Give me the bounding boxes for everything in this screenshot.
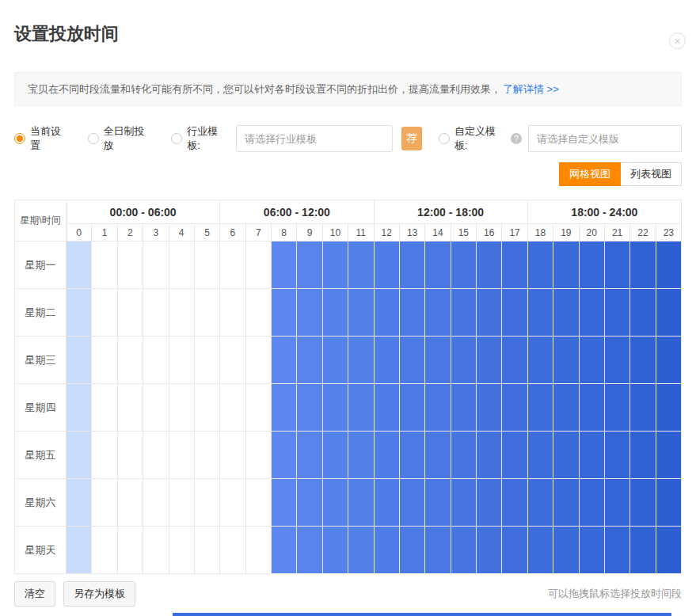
- schedule-cell[interactable]: [425, 527, 451, 574]
- schedule-cell[interactable]: [67, 337, 92, 384]
- schedule-cell[interactable]: [630, 289, 656, 337]
- schedule-cell[interactable]: [194, 384, 219, 432]
- schedule-cell[interactable]: [245, 479, 271, 527]
- schedule-cell[interactable]: [169, 289, 194, 337]
- schedule-cell[interactable]: [399, 337, 424, 384]
- schedule-cell[interactable]: [477, 384, 502, 432]
- schedule-cell[interactable]: [477, 241, 502, 289]
- schedule-cell[interactable]: [527, 384, 553, 432]
- schedule-cell[interactable]: [374, 479, 399, 527]
- schedule-cell[interactable]: [117, 479, 143, 527]
- schedule-cell[interactable]: [656, 527, 681, 574]
- schedule-cell[interactable]: [272, 337, 297, 384]
- schedule-cell[interactable]: [425, 241, 451, 289]
- schedule-cell[interactable]: [272, 384, 297, 432]
- schedule-cell[interactable]: [67, 289, 92, 337]
- schedule-cell[interactable]: [502, 384, 527, 432]
- schedule-cell[interactable]: [67, 241, 92, 289]
- schedule-cell[interactable]: [245, 337, 271, 384]
- schedule-cell[interactable]: [117, 337, 143, 384]
- schedule-cell[interactable]: [297, 432, 322, 479]
- schedule-cell[interactable]: [143, 241, 169, 289]
- schedule-cell[interactable]: [604, 337, 629, 384]
- schedule-cell[interactable]: [169, 384, 194, 432]
- schedule-cell[interactable]: [553, 241, 579, 289]
- schedule-cell[interactable]: [477, 289, 502, 337]
- schedule-cell[interactable]: [425, 479, 451, 527]
- schedule-cell[interactable]: [425, 432, 451, 479]
- schedule-cell[interactable]: [502, 479, 527, 527]
- schedule-cell[interactable]: [143, 337, 169, 384]
- schedule-cell[interactable]: [92, 432, 117, 479]
- schedule-cell[interactable]: [92, 479, 117, 527]
- custom-template-input[interactable]: [528, 125, 682, 152]
- schedule-cell[interactable]: [630, 527, 656, 574]
- industry-template-radio[interactable]: [171, 133, 182, 144]
- schedule-cell[interactable]: [399, 432, 424, 479]
- schedule-cell[interactable]: [348, 384, 374, 432]
- schedule-cell[interactable]: [579, 241, 604, 289]
- schedule-cell[interactable]: [630, 432, 656, 479]
- schedule-cell[interactable]: [220, 479, 245, 527]
- schedule-cell[interactable]: [553, 527, 579, 574]
- schedule-cell[interactable]: [527, 289, 553, 337]
- grid-view-button[interactable]: 网格视图: [559, 162, 621, 186]
- schedule-cell[interactable]: [67, 479, 92, 527]
- schedule-cell[interactable]: [194, 432, 219, 479]
- schedule-cell[interactable]: [92, 527, 117, 574]
- schedule-cell[interactable]: [656, 241, 681, 289]
- help-icon[interactable]: ?: [511, 133, 522, 144]
- close-icon[interactable]: ×: [669, 32, 686, 49]
- schedule-cell[interactable]: [579, 384, 604, 432]
- schedule-cell[interactable]: [451, 289, 476, 337]
- schedule-cell[interactable]: [245, 384, 271, 432]
- schedule-cell[interactable]: [297, 384, 322, 432]
- schedule-cell[interactable]: [348, 527, 374, 574]
- schedule-cell[interactable]: [399, 289, 424, 337]
- schedule-cell[interactable]: [272, 289, 297, 337]
- recommend-badge[interactable]: 荐: [401, 127, 422, 150]
- schedule-cell[interactable]: [143, 289, 169, 337]
- schedule-cell[interactable]: [579, 337, 604, 384]
- schedule-cell[interactable]: [502, 241, 527, 289]
- schedule-cell[interactable]: [374, 432, 399, 479]
- list-view-button[interactable]: 列表视图: [621, 162, 682, 186]
- schedule-cell[interactable]: [374, 241, 399, 289]
- custom-template-radio[interactable]: [439, 133, 450, 144]
- schedule-cell[interactable]: [348, 479, 374, 527]
- schedule-cell[interactable]: [477, 527, 502, 574]
- schedule-cell[interactable]: [604, 432, 629, 479]
- schedule-cell[interactable]: [527, 527, 553, 574]
- schedule-cell[interactable]: [374, 384, 399, 432]
- schedule-cell[interactable]: [322, 241, 348, 289]
- schedule-cell[interactable]: [194, 289, 219, 337]
- current-settings-radio[interactable]: [14, 133, 25, 144]
- schedule-cell[interactable]: [117, 241, 143, 289]
- schedule-cell[interactable]: [348, 289, 374, 337]
- schedule-cell[interactable]: [477, 432, 502, 479]
- schedule-cell[interactable]: [220, 289, 245, 337]
- schedule-cell[interactable]: [67, 432, 92, 479]
- schedule-cell[interactable]: [553, 337, 579, 384]
- schedule-cell[interactable]: [374, 289, 399, 337]
- schedule-cell[interactable]: [630, 479, 656, 527]
- schedule-cell[interactable]: [194, 337, 219, 384]
- schedule-cell[interactable]: [451, 479, 476, 527]
- schedule-cell[interactable]: [92, 289, 117, 337]
- schedule-cell[interactable]: [553, 432, 579, 479]
- schedule-cell[interactable]: [194, 527, 219, 574]
- schedule-cell[interactable]: [322, 432, 348, 479]
- schedule-cell[interactable]: [451, 384, 476, 432]
- schedule-cell[interactable]: [220, 337, 245, 384]
- schedule-cell[interactable]: [502, 432, 527, 479]
- schedule-cell[interactable]: [297, 289, 322, 337]
- schedule-cell[interactable]: [348, 432, 374, 479]
- schedule-cell[interactable]: [322, 289, 348, 337]
- schedule-cell[interactable]: [348, 241, 374, 289]
- schedule-cell[interactable]: [374, 337, 399, 384]
- schedule-cell[interactable]: [297, 337, 322, 384]
- schedule-cell[interactable]: [169, 527, 194, 574]
- schedule-cell[interactable]: [272, 241, 297, 289]
- schedule-cell[interactable]: [272, 432, 297, 479]
- schedule-cell[interactable]: [297, 479, 322, 527]
